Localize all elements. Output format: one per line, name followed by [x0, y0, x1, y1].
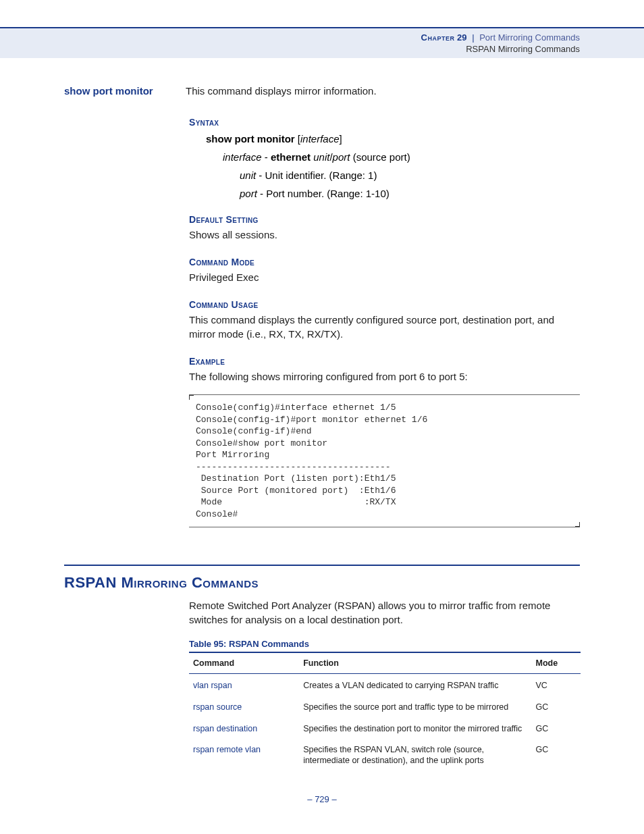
- syntax-port-desc: - Port number. (Range: 1-10): [257, 188, 390, 199]
- syntax-dash: -: [262, 151, 271, 163]
- syntax-line-1: show port monitor [interface]: [206, 133, 580, 145]
- syntax-unit-ital: unit: [313, 151, 329, 163]
- command-mode-text: Privileged Exec: [189, 270, 580, 284]
- default-setting-heading: Default Setting: [189, 214, 580, 225]
- footer-dash-left: –: [307, 794, 315, 804]
- page-content: show port monitor This command displays …: [0, 85, 644, 804]
- cmd-function: Specifies the RSPAN VLAN, switch role (s…: [299, 738, 531, 770]
- syntax-ethernet-bold: ethernet: [271, 151, 311, 163]
- cmd-mode: VC: [532, 674, 581, 696]
- table-header-row: Command Function Mode: [189, 652, 581, 674]
- rspan-commands-table: Command Function Mode vlan rspan Creates…: [189, 652, 581, 770]
- cmd-link[interactable]: rspan source: [189, 696, 299, 717]
- chapter-label: Chapter: [421, 32, 455, 43]
- header-pipe: |: [472, 32, 474, 43]
- syntax-heading: Syntax: [189, 117, 580, 128]
- syntax-interface-ital: interface: [223, 151, 262, 163]
- page-number: 729: [315, 794, 329, 804]
- table-row: rspan destination Specifies the destinat…: [189, 717, 581, 739]
- table-row: vlan rspan Creates a VLAN dedicated to c…: [189, 674, 581, 696]
- cmd-link[interactable]: rspan remote vlan: [189, 738, 299, 770]
- cmd-function: Specifies the destination port to monito…: [299, 717, 531, 739]
- syntax-line-2: interface - ethernet unit/port (source p…: [223, 151, 580, 163]
- command-name: show port monitor: [64, 85, 186, 97]
- chapter-number: 29: [457, 32, 466, 43]
- syntax-unit-param: unit: [240, 170, 256, 181]
- command-usage-heading: Command Usage: [189, 299, 580, 310]
- cmd-mode: GC: [532, 696, 581, 717]
- cmd-function: Creates a VLAN dedicated to carrying RSP…: [299, 674, 531, 696]
- syntax-cmd-bold: show port monitor: [206, 133, 295, 145]
- command-title-row: show port monitor This command displays …: [64, 85, 580, 97]
- syntax-tail: (source port): [350, 151, 410, 163]
- table-row: rspan source Specifies the source port a…: [189, 696, 581, 717]
- cmd-mode: GC: [532, 738, 581, 770]
- chapter-title: Port Mirroring Commands: [479, 32, 580, 43]
- syntax-line-4: port - Port number. (Range: 1-10): [240, 188, 580, 199]
- rspan-intro: Remote Switched Port Analyzer (RSPAN) al…: [189, 598, 580, 627]
- command-details: Syntax show port monitor [interface] int…: [189, 117, 580, 527]
- header-line-1: Chapter 29 | Port Mirroring Commands: [0, 32, 580, 43]
- rspan-section-title: RSPAN Mirroring Commands: [64, 574, 580, 592]
- syntax-bracket-close: ]: [340, 133, 342, 145]
- footer-dash-right: –: [329, 794, 337, 804]
- syntax-unit-desc: - Unit identifier. (Range: 1): [256, 170, 377, 181]
- cmd-link[interactable]: rspan destination: [189, 717, 299, 739]
- syntax-bracket-open: [: [295, 133, 300, 145]
- command-mode-heading: Command Mode: [189, 257, 580, 267]
- page-header: Chapter 29 | Port Mirroring Commands RSP…: [0, 27, 644, 58]
- example-intro: The following shows mirroring configured…: [189, 369, 580, 384]
- example-heading: Example: [189, 356, 580, 367]
- th-command: Command: [189, 652, 299, 674]
- example-code-block: Console(config)#interface ethernet 1/5 C…: [189, 394, 580, 527]
- default-setting-text: Shows all sessions.: [189, 228, 580, 242]
- page-footer: – 729 –: [64, 794, 580, 804]
- syntax-port-param: port: [240, 188, 257, 199]
- example-code: Console(config)#interface ethernet 1/5 C…: [196, 402, 580, 520]
- syntax-param-interface: interface: [300, 133, 340, 145]
- section-divider: [64, 565, 580, 566]
- th-mode: Mode: [532, 652, 581, 674]
- table-caption: Table 95: RSPAN Commands: [189, 639, 580, 649]
- command-usage-text: This command displays the currently conf…: [189, 313, 580, 341]
- command-description: This command displays mirror information…: [186, 85, 377, 97]
- syntax-line-3: unit - Unit identifier. (Range: 1): [240, 170, 580, 181]
- th-function: Function: [299, 652, 531, 674]
- syntax-port-ital: port: [333, 151, 350, 163]
- table-row: rspan remote vlan Specifies the RSPAN VL…: [189, 738, 581, 770]
- header-subtitle: RSPAN Mirroring Commands: [0, 44, 580, 54]
- cmd-link[interactable]: vlan rspan: [189, 674, 299, 696]
- cmd-mode: GC: [532, 717, 581, 739]
- cmd-function: Specifies the source port and traffic ty…: [299, 696, 531, 717]
